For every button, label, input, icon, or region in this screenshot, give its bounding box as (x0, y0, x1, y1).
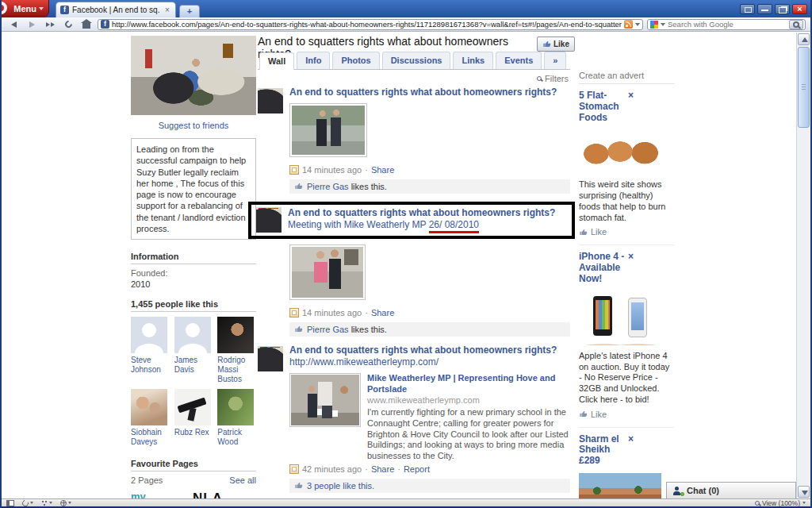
person-name[interactable]: Rubz Rex (174, 428, 209, 437)
close-button[interactable] (792, 4, 807, 14)
view-zoom-control[interactable]: View (100%) (755, 499, 806, 507)
minimize-button[interactable] (757, 4, 772, 14)
post-photo[interactable] (289, 103, 367, 157)
post-author-link[interactable]: An end to squatters rights what about ho… (289, 87, 557, 98)
suggest-to-friends-link[interactable]: Suggest to friends (131, 115, 256, 138)
avatar[interactable] (217, 389, 254, 425)
address-dropdown-icon[interactable] (635, 23, 640, 26)
reload-button[interactable] (61, 19, 75, 30)
separator: · (365, 165, 368, 175)
share-link[interactable]: Share (371, 464, 394, 474)
fast-forward-button[interactable] (43, 19, 57, 30)
tab-more[interactable]: » (544, 52, 566, 69)
mydeposits-logo[interactable]: my deposits co.uk (131, 491, 183, 498)
search-go-button[interactable] (789, 20, 803, 29)
panels-toggle-icon[interactable] (6, 500, 14, 506)
post-avatar[interactable] (258, 88, 283, 114)
sync-control[interactable] (22, 500, 33, 506)
tab-wall[interactable]: Wall (259, 52, 294, 70)
post-avatar[interactable] (256, 207, 282, 233)
close-advert-icon[interactable] (625, 90, 674, 102)
person-name[interactable]: James Davis (174, 356, 197, 374)
tab-title: Facebook | An end to sq... (72, 6, 160, 14)
unite-control[interactable] (41, 500, 52, 506)
list-item[interactable]: Siobhain Daveys (131, 389, 170, 447)
tab-events[interactable]: Events (496, 52, 542, 69)
person-name[interactable]: Patrick Wood (217, 428, 242, 446)
opera-menu-button[interactable]: Menu (2, 0, 49, 17)
create-advert-link[interactable]: Create an advert (579, 71, 674, 84)
share-link[interactable]: Share (371, 308, 394, 318)
browser-tab-bar: Menu Facebook | An end to sq... (2, 0, 810, 17)
person-name[interactable]: Steve Johnson (131, 356, 161, 374)
close-advert-icon[interactable] (625, 434, 674, 445)
advert-title-link[interactable]: iPhone 4 - Available Now! (579, 252, 625, 284)
vertical-scrollbar[interactable] (796, 33, 810, 498)
close-tab-icon[interactable] (163, 6, 171, 14)
tab-discussions[interactable]: Discussions (382, 52, 451, 69)
link-preview[interactable]: Mike Weatherley MP | Representing Hove a… (289, 373, 570, 462)
home-button[interactable] (79, 19, 94, 30)
page-profile-photo[interactable] (131, 36, 256, 115)
list-item[interactable]: my deposits co.uk Tenants: how to get yo… (131, 491, 183, 498)
new-tab-button[interactable] (179, 5, 200, 17)
search-input[interactable] (668, 20, 787, 29)
avatar[interactable] (131, 317, 167, 353)
filters-control[interactable]: Filters (258, 70, 570, 87)
liker-link[interactable]: Pierre Gas (307, 182, 349, 191)
post-avatar[interactable] (258, 346, 283, 371)
scroll-down-button[interactable] (798, 486, 810, 498)
advert-like-button[interactable]: Like (579, 227, 674, 237)
chat-bar[interactable]: Chat (0) (666, 482, 796, 498)
tab-photos[interactable]: Photos (332, 52, 379, 69)
report-link[interactable]: Report (404, 464, 430, 474)
person-name[interactable]: Siobhain Daveys (131, 428, 162, 446)
list-item[interactable]: James Davis (174, 317, 213, 384)
page-like-button[interactable]: Like (537, 37, 575, 52)
list-item[interactable]: Rodrigo Massi Bustos (217, 317, 256, 384)
tab-links[interactable]: Links (453, 52, 493, 69)
post-author-link[interactable]: An end to squatters rights what about ho… (289, 344, 557, 356)
web-search-box[interactable] (647, 19, 806, 30)
advert-like-button[interactable]: Like (579, 410, 674, 419)
address-bar[interactable] (98, 19, 643, 30)
avatar[interactable] (174, 317, 211, 353)
photo-attachment-icon (289, 308, 299, 318)
advert-image-iphones[interactable] (579, 291, 661, 345)
post-url-link[interactable]: http://www.mikeweatherleymp.com/ (289, 356, 439, 368)
likers-link[interactable]: 3 people like this. (307, 481, 374, 491)
post-photo[interactable] (289, 244, 366, 300)
post-author-link[interactable]: An end to squatters rights what about ho… (288, 207, 555, 218)
toolbar-customize-icon[interactable] (740, 4, 755, 14)
advert-image-eggs[interactable] (579, 129, 661, 174)
restore-button[interactable] (775, 4, 790, 14)
back-button[interactable] (6, 19, 21, 30)
avatar[interactable] (217, 317, 254, 353)
advert-title-link[interactable]: 5 Flat-Stomach Foods (579, 90, 625, 123)
search-engine-dropdown-icon[interactable] (661, 23, 665, 26)
tab-info[interactable]: Info (297, 52, 330, 69)
forward-button[interactable] (25, 19, 39, 30)
scroll-up-button[interactable] (798, 33, 810, 45)
advert-title-link[interactable]: Sharm el Sheikh £289 (579, 434, 625, 467)
turbo-control[interactable] (60, 500, 71, 506)
advert-image-resort[interactable] (579, 473, 661, 498)
share-link[interactable]: Share (371, 165, 394, 175)
scrollbar-thumb[interactable] (798, 47, 810, 128)
close-advert-icon[interactable] (625, 252, 674, 263)
list-item[interactable]: Steve Johnson (131, 317, 170, 384)
url-input[interactable] (112, 20, 622, 29)
list-item[interactable]: Patrick Wood (217, 389, 256, 447)
see-all-link[interactable]: See all (229, 475, 256, 485)
rss-icon[interactable] (624, 20, 633, 29)
nla-logo[interactable]: NLA NATIONA LANDLORD (193, 491, 245, 498)
link-thumbnail[interactable] (289, 373, 361, 427)
liker-link[interactable]: Pierre Gas (307, 325, 349, 334)
browser-tab-facebook[interactable]: Facebook | An end to sq... (56, 2, 176, 17)
avatar[interactable] (174, 389, 211, 425)
list-item[interactable]: NLA NATIONA LANDLORD National Landlords … (193, 491, 245, 498)
person-name[interactable]: Rodrigo Massi Bustos (217, 356, 245, 383)
link-preview-title[interactable]: Mike Weatherley MP | Representing Hove a… (367, 373, 570, 395)
avatar[interactable] (131, 389, 167, 425)
list-item[interactable]: Rubz Rex (174, 389, 213, 447)
